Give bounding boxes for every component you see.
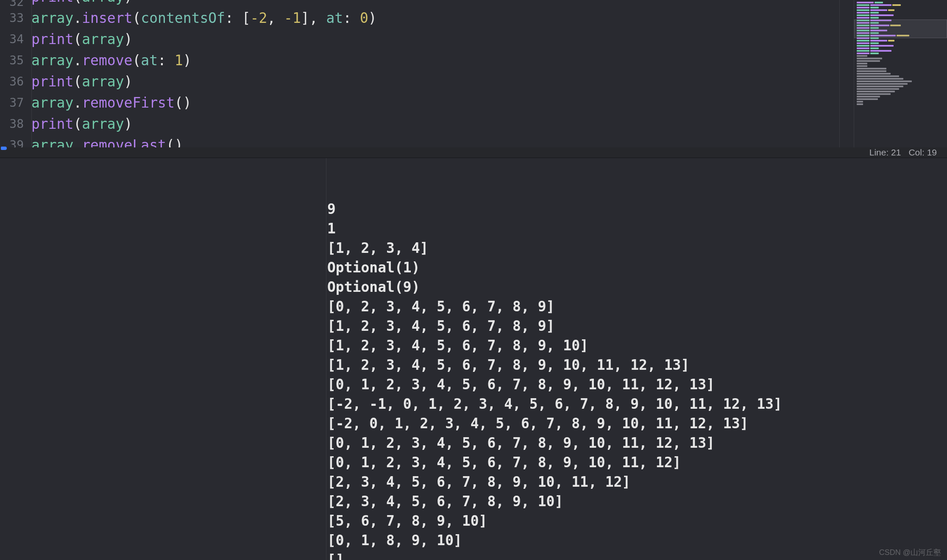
line-number: 32 xyxy=(0,0,31,8)
code-content[interactable]: print(array) xyxy=(31,71,132,92)
console-line: Optional(1) xyxy=(327,258,947,277)
minimap-row xyxy=(857,45,944,47)
minimap-row xyxy=(857,96,944,97)
console-line: [0, 1, 2, 3, 4, 5, 6, 7, 8, 9, 10, 11, 1… xyxy=(327,453,947,472)
console-line: Optional(9) xyxy=(327,277,947,297)
code-content[interactable]: array.removeFirst() xyxy=(31,92,192,114)
minimap-row xyxy=(857,50,944,52)
line-number: 34 xyxy=(0,29,31,50)
breakpoint-icon[interactable] xyxy=(1,147,7,150)
code-line[interactable]: 33array.insert(contentsOf: [-2, -1], at:… xyxy=(0,8,854,29)
minimap-row xyxy=(857,78,944,80)
minimap-row xyxy=(857,17,944,19)
status-line: Line: 21 xyxy=(869,147,901,158)
code-line[interactable]: 34print(array) xyxy=(0,29,854,50)
line-number: 39 xyxy=(0,135,31,147)
console-output[interactable]: 91[1, 2, 3, 4]Optional(1)Optional(9)[0, … xyxy=(326,158,947,560)
minimap-viewport[interactable] xyxy=(854,19,947,38)
console-line: [0, 1, 2, 3, 4, 5, 6, 7, 8, 9, 10, 11, 1… xyxy=(327,433,947,453)
minimap-row xyxy=(857,63,944,64)
code-line[interactable]: 37array.removeFirst() xyxy=(0,92,854,114)
minimap-row xyxy=(857,73,944,75)
minimap-row xyxy=(857,68,944,69)
minimap-row xyxy=(857,42,944,44)
minimap-row xyxy=(857,58,944,59)
console-area: 91[1, 2, 3, 4]Optional(1)Optional(9)[0, … xyxy=(0,158,947,560)
code-content[interactable]: print(array) xyxy=(31,0,132,8)
console-line: [1, 2, 3, 4, 5, 6, 7, 8, 9, 10] xyxy=(327,336,947,355)
console-line: [0, 1, 2, 3, 4, 5, 6, 7, 8, 9, 10, 11, 1… xyxy=(327,375,947,394)
console-line: [1, 2, 3, 4, 5, 6, 7, 8, 9, 10, 11, 12, … xyxy=(327,355,947,375)
minimap-row xyxy=(857,80,944,82)
console-line: [0, 1, 8, 9, 10] xyxy=(327,531,947,550)
console-line: [2, 3, 4, 5, 6, 7, 8, 9, 10, 11, 12] xyxy=(327,472,947,492)
console-line: 1 xyxy=(327,219,947,238)
minimap-row xyxy=(857,14,944,16)
variables-pane[interactable] xyxy=(0,158,326,560)
code-editor[interactable]: 32print(array)33array.insert(contentsOf:… xyxy=(0,0,854,147)
minimap-row xyxy=(857,40,944,42)
line-number: 36 xyxy=(0,71,31,92)
code-line[interactable]: 39array.removeLast() xyxy=(0,135,854,147)
console-line: [1, 2, 3, 4] xyxy=(327,238,947,258)
code-content[interactable]: array.remove(at: 1) xyxy=(31,50,192,71)
console-line: 9 xyxy=(327,200,947,219)
minimap-row xyxy=(857,86,944,87)
minimap-row xyxy=(857,55,944,57)
minimap-row xyxy=(857,9,944,11)
code-content[interactable]: array.insert(contentsOf: [-2, -1], at: 0… xyxy=(31,8,377,29)
minimap-row xyxy=(857,70,944,72)
minimap-row xyxy=(857,65,944,67)
minimap-row xyxy=(857,101,944,103)
minimap-row xyxy=(857,88,944,90)
watermark: CSDN @山河丘壑 xyxy=(879,547,941,557)
minimap-row xyxy=(857,2,944,3)
minimap-row xyxy=(857,12,944,14)
code-line[interactable]: 35array.remove(at: 1) xyxy=(0,50,854,71)
minimap-row xyxy=(857,7,944,8)
line-number: 37 xyxy=(0,92,31,114)
console-line: [-2, 0, 1, 2, 3, 4, 5, 6, 7, 8, 9, 10, 1… xyxy=(327,414,947,433)
console-line: [-2, -1, 0, 1, 2, 3, 4, 5, 6, 7, 8, 9, 1… xyxy=(327,394,947,414)
minimap-row xyxy=(857,4,944,6)
status-col: Col: 19 xyxy=(908,147,937,158)
minimap-row xyxy=(857,47,944,49)
minimap-row xyxy=(857,98,944,100)
minimap-row xyxy=(857,83,944,85)
code-line[interactable]: 36print(array) xyxy=(0,71,854,92)
console-line: [1, 2, 3, 4, 5, 6, 7, 8, 9] xyxy=(327,316,947,336)
line-number: 33 xyxy=(0,8,31,29)
minimap[interactable] xyxy=(854,0,947,147)
code-content[interactable]: print(array) xyxy=(31,29,132,50)
minimap-row xyxy=(857,60,944,62)
console-line: [5, 6, 7, 8, 9, 10] xyxy=(327,511,947,531)
code-line[interactable]: 32print(array) xyxy=(0,0,854,8)
code-line[interactable]: 38print(array) xyxy=(0,114,854,135)
minimap-row xyxy=(857,93,944,95)
editor-area: 32print(array)33array.insert(contentsOf:… xyxy=(0,0,947,147)
console-line: [0, 2, 3, 4, 5, 6, 7, 8, 9] xyxy=(327,297,947,316)
minimap-row xyxy=(857,103,944,105)
code-content[interactable]: array.removeLast() xyxy=(31,135,183,147)
line-number: 35 xyxy=(0,50,31,71)
console-line: [2, 3, 4, 5, 6, 7, 8, 9, 10] xyxy=(327,492,947,511)
code-content[interactable]: print(array) xyxy=(31,114,132,135)
minimap-row xyxy=(857,75,944,77)
minimap-row xyxy=(857,53,944,54)
line-number: 38 xyxy=(0,114,31,135)
gutter-divider xyxy=(31,0,32,147)
minimap-row xyxy=(857,91,944,92)
console-line: [] xyxy=(327,550,947,560)
right-margin-rule xyxy=(839,0,840,147)
status-bar: Line: 21 Col: 19 xyxy=(0,147,947,158)
